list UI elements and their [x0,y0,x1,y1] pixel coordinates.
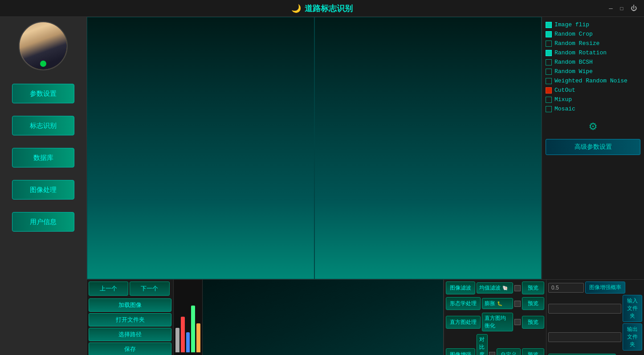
aug-checkbox-mosaic[interactable] [546,106,552,112]
enhance-preview-button[interactable]: 预览 [522,348,544,355]
moon-icon: 🌙 [291,4,301,13]
morph-type-dropdown[interactable]: 膨胀 🐛 [482,298,513,309]
filter-preview-button[interactable]: 预览 [522,282,544,294]
aug-item-weighted-random-noise[interactable]: Weighted Random Noise [546,77,640,85]
hist-button[interactable]: 直方图处理 [446,316,481,329]
main-layout: 参数设置 标志识别 数据库 图像处理 用户信息 Image flip [0,17,644,355]
aug-label-random-crop: Random Crop [554,31,593,37]
morph-row: 形态学处理 膨胀 🐛 预览 [446,297,544,310]
hist-row: 直方图处理 直方图均衡化 预览 [446,313,544,331]
prev-button[interactable]: 上一个 [89,282,128,296]
database-button[interactable]: 数据库 [12,148,74,167]
color-bar-orange [196,323,200,352]
app-title: 🌙 道路标志识别 [291,3,353,14]
enhance-button[interactable]: 图像增强 [446,348,475,355]
morph-button[interactable]: 形态学处理 [446,297,481,310]
window-controls: — ☐ ⏻ [609,4,637,12]
params-button[interactable]: 参数设置 [12,84,74,103]
image-processing-panel: 图像滤波 均值滤波 🐚 预览 形态学处理 膨胀 🐛 [444,280,546,355]
aug-checkbox-random-crop[interactable] [546,31,552,37]
aug-item-random-bcsh[interactable]: Random BCSH [546,58,640,66]
aug-label-cutout: CutOut [554,87,575,94]
aug-label-mixup: Mixup [554,96,572,103]
morph-smiley-icon: 🐛 [497,301,502,306]
left-image-panel [87,17,314,279]
aug-prob-row: 图像增强概率 [548,282,642,294]
aug-prob-input[interactable] [548,283,584,293]
settings-icon-area: ⚙ [544,115,642,137]
aug-label-image-flip: Image flip [554,21,589,28]
morph-preview-button[interactable]: 预览 [522,297,544,310]
input-folder-button[interactable]: 输入文件夹 [623,295,642,322]
sidebar: 参数设置 标志识别 数据库 图像处理 用户信息 [0,17,87,355]
titlebar: 🌙 道路标志识别 — ☐ ⏻ [0,0,644,17]
aug-checkbox-image-flip[interactable] [546,22,552,28]
load-image-button[interactable]: 加载图像 [89,298,171,312]
aug-item-random-wipe[interactable]: Random Wipe [546,67,640,76]
output-folder-row: 输出文件夹 [548,323,642,351]
augmentation-list: Image flip Random Crop Random Resize Ran… [544,19,642,115]
filter-checkbox[interactable] [514,285,521,291]
thumbnail-panel [203,280,443,355]
aug-checkbox-random-rotation[interactable] [546,50,552,56]
aug-checkbox-weighted-random-noise[interactable] [546,78,552,84]
enhance-row: 图像增强 对比度增强 自定义 预览 [446,334,544,355]
aug-label-weighted-random-noise: Weighted Random Noise [554,78,628,84]
morph-icon: 🐚 [502,286,508,291]
recognition-button[interactable]: 标志识别 [12,116,74,135]
next-button[interactable]: 下一个 [130,282,169,296]
aug-item-mosaic[interactable]: Mosaic [546,105,640,113]
input-folder-row: 输入文件夹 [548,295,642,322]
advanced-params-button[interactable]: 高级参数设置 [546,139,640,155]
aug-label-random-resize: Random Resize [554,40,599,47]
select-path-button[interactable]: 选择路径 [89,328,171,341]
image-process-button[interactable]: 图像处理 [12,180,74,200]
color-bar-green [191,306,195,352]
batch-processing-panel: 图像增强概率 输入文件夹 输出文件夹 开始批处理 Atrainee [546,280,644,355]
aug-checkbox-random-resize[interactable] [546,41,552,47]
minimize-button[interactable]: — [609,5,612,12]
hist-preview-button[interactable]: 预览 [522,316,544,329]
settings-cog-icon: ⚙ [589,118,597,134]
filter-button[interactable]: 图像滤波 [446,282,475,294]
enhance-custom-button[interactable]: 自定义 [497,348,521,355]
aug-checkbox-random-bcsh[interactable] [546,59,552,65]
aug-item-random-resize[interactable]: Random Resize [546,39,640,48]
aug-item-image-flip[interactable]: Image flip [546,20,640,29]
filter-row: 图像滤波 均值滤波 🐚 预览 [446,282,544,294]
open-folder-button[interactable]: 打开文件夹 [89,313,171,326]
morph-checkbox[interactable] [514,301,521,307]
enhance-type-dropdown[interactable]: 对比度增强 [477,334,488,355]
aug-prob-label: 图像增强概率 [585,282,625,294]
save-button[interactable]: 保存 [89,343,171,355]
hist-type-dropdown[interactable]: 直方图均衡化 [482,313,513,331]
aug-checkbox-random-wipe[interactable] [546,69,552,75]
enhance-checkbox[interactable] [489,352,495,355]
filter-type-dropdown[interactable]: 均值滤波 🐚 [477,282,513,294]
aug-item-random-crop[interactable]: Random Crop [546,30,640,38]
left-bottom-panel: 上一个 下一个 加载图像 打开文件夹 选择路径 保存 [87,280,174,355]
maximize-button[interactable]: ☐ [620,4,624,12]
color-bar-red [181,317,185,352]
aug-label-mosaic: Mosaic [554,106,575,112]
user-info-button[interactable]: 用户信息 [12,212,74,232]
bottom-area: 上一个 下一个 加载图像 打开文件夹 选择路径 保存 [87,279,644,355]
output-folder-button[interactable]: 输出文件夹 [623,323,642,351]
avatar-container [19,21,68,70]
aug-item-random-rotation[interactable]: Random Rotation [546,49,640,57]
hist-checkbox[interactable] [514,319,521,325]
aug-checkbox-mixup[interactable] [546,97,552,103]
aug-item-cutout[interactable]: CutOut [546,86,640,94]
online-status-indicator [40,61,46,67]
right-image-panel [314,17,542,279]
output-folder-input[interactable] [548,332,621,342]
color-bar-blue [186,332,190,352]
input-folder-input[interactable] [548,304,621,314]
aug-item-mixup[interactable]: Mixup [546,95,640,104]
augmentation-panel: Image flip Random Crop Random Resize Ran… [542,17,644,279]
close-button[interactable]: ⏻ [631,5,637,12]
aug-label-random-bcsh: Random BCSH [554,59,593,65]
color-bar-gray [175,328,179,352]
aug-checkbox-cutout[interactable] [546,87,552,94]
aug-label-random-rotation: Random Rotation [554,49,607,56]
